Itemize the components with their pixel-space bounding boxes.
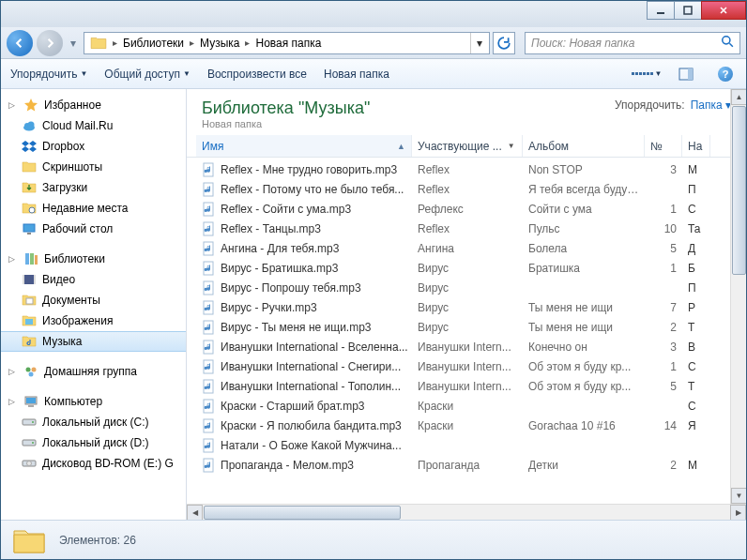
file-row[interactable]: Reflex - Потому что не было тебя...Refle… <box>196 179 737 199</box>
file-name: Ангина - Для тебя.mp3 <box>196 241 412 256</box>
sidebar-favorites[interactable]: ▷ Избранное <box>1 95 186 115</box>
column-artist[interactable]: Участвующие ...▼ <box>412 135 523 157</box>
file-track-number: 5 <box>645 380 682 393</box>
scroll-thumb[interactable] <box>204 506 401 520</box>
sidebar-item-pictures[interactable]: Изображения <box>1 310 186 331</box>
column-name[interactable]: Имя▲ <box>196 135 412 157</box>
music-file-icon <box>202 202 217 217</box>
status-bar: Элементов: 26 <box>1 520 746 559</box>
file-track-number: 7 <box>645 301 682 314</box>
command-bar: Упорядочить ▼ Общий доступ ▼ Воспроизвес… <box>1 59 746 89</box>
libraries-icon <box>23 251 38 266</box>
history-dropdown[interactable]: ▾ <box>67 34 80 53</box>
arrange-by-label: Упорядочить: <box>615 98 685 112</box>
forward-button[interactable] <box>37 30 63 56</box>
sidebar-item-music[interactable]: Музыка <box>1 331 186 352</box>
horizontal-scrollbar[interactable]: ◀ ▶ <box>187 504 746 520</box>
sidebar-item-dropbox[interactable]: Dropbox <box>1 136 186 157</box>
folder-icon <box>90 35 107 52</box>
scroll-down-button[interactable]: ▼ <box>731 488 746 504</box>
vertical-scrollbar[interactable]: ▲ ▼ <box>730 89 746 504</box>
sidebar-item-cloudmail[interactable]: Cloud Mail.Ru <box>1 115 186 136</box>
search-input[interactable]: Поиск: Новая папка <box>525 32 740 54</box>
sidebar-item-drive-c[interactable]: Локальный диск (C:) <box>1 412 186 432</box>
computer-icon <box>23 394 38 409</box>
file-row[interactable]: Reflex - Танцы.mp3ReflexПульс10Та <box>196 219 737 238</box>
sidebar-item-screenshots[interactable]: Скриншоты <box>1 157 186 177</box>
sidebar-item-drive-d[interactable]: Локальный диск (D:) <box>1 432 186 453</box>
file-row[interactable]: Иванушки International - Снегири...Ивану… <box>196 356 737 376</box>
scroll-right-button[interactable]: ▶ <box>730 505 746 521</box>
arrange-by-button[interactable]: Папка ▾ <box>691 98 731 112</box>
file-title: П <box>682 281 710 295</box>
breadcrumb[interactable]: Новая папка <box>252 33 325 53</box>
disc-icon <box>22 456 37 471</box>
column-track-number[interactable]: № <box>645 135 682 157</box>
breadcrumb[interactable]: Библиотеки <box>119 33 188 53</box>
scroll-up-button[interactable]: ▲ <box>731 89 746 105</box>
item-count: Элементов: 26 <box>59 534 136 547</box>
music-file-icon <box>202 438 217 453</box>
minimize-button[interactable] <box>647 1 675 20</box>
sidebar-homegroup[interactable]: ▷ Домашняя группа <box>1 361 186 382</box>
svg-rect-23 <box>26 398 36 403</box>
maximize-button[interactable] <box>674 1 702 20</box>
file-row[interactable]: Пропаганда - Мелом.mp3ПропагандаДетки2М <box>196 455 737 475</box>
file-artist: Reflex <box>412 222 523 235</box>
search-icon <box>721 35 734 51</box>
svg-rect-12 <box>30 253 34 265</box>
file-name: Краски - Я полюбила бандита.mp3 <box>196 418 412 433</box>
file-row[interactable]: Вирус - Ты меня не ищи.mp3ВирусТы меня н… <box>196 317 737 337</box>
file-artist: Пропаганда <box>412 459 523 472</box>
play-all-button[interactable]: Воспроизвести все <box>207 68 307 81</box>
sidebar-item-documents[interactable]: Документы <box>1 290 186 310</box>
file-row[interactable]: Вирус - Попрошу тебя.mp3ВирусП <box>196 278 737 297</box>
address-bar[interactable]: ▸ Библиотеки▸ Музыка▸ Новая папка ▾ <box>84 32 490 54</box>
help-button[interactable]: ? <box>714 64 737 84</box>
file-row[interactable]: Краски - Я полюбила бандита.mp3КраскиGor… <box>196 416 737 435</box>
sidebar-item-recent[interactable]: Недавние места <box>1 198 186 219</box>
search-placeholder: Поиск: Новая папка <box>531 37 634 50</box>
file-row[interactable]: Вирус - Ручки.mp3ВирусТы меня не ищи7Р <box>196 297 737 317</box>
file-title: С <box>682 360 710 373</box>
file-row[interactable]: Reflex - Мне трудно говорить.mp3ReflexNo… <box>196 159 737 179</box>
view-options-button[interactable]: ▼ <box>635 64 658 84</box>
file-name: Иванушки International - Тополин... <box>196 379 412 394</box>
preview-pane-button[interactable] <box>675 64 697 84</box>
file-row[interactable]: Reflex - Сойти с ума.mp3РефлексСойти с у… <box>196 199 737 219</box>
file-row[interactable]: Натали - О Боже Какой Мужчина... <box>196 435 737 455</box>
file-list: Reflex - Мне трудно говорить.mp3ReflexNo… <box>187 158 746 504</box>
sidebar-item-desktop[interactable]: Рабочий стол <box>1 219 186 239</box>
file-album: Gorachaa 10 #16 <box>523 419 645 432</box>
sidebar-item-videos[interactable]: Видео <box>1 269 186 290</box>
column-album[interactable]: Альбом <box>523 135 645 157</box>
back-button[interactable] <box>7 30 33 56</box>
file-title: В <box>682 341 710 354</box>
file-row[interactable]: Иванушки International - Тополин...Ивану… <box>196 376 737 396</box>
svg-point-26 <box>32 421 34 423</box>
share-button[interactable]: Общий доступ ▼ <box>104 68 191 81</box>
sidebar-libraries[interactable]: ▷ Библиотеки <box>1 249 186 269</box>
organize-button[interactable]: Упорядочить ▼ <box>10 68 87 81</box>
svg-rect-10 <box>27 233 31 235</box>
address-dropdown[interactable]: ▾ <box>470 33 487 53</box>
music-file-icon <box>202 261 217 276</box>
file-row[interactable]: Ангина - Для тебя.mp3АнгинаБолела5Д <box>196 238 737 258</box>
scroll-thumb[interactable] <box>732 106 746 275</box>
file-track-number: 2 <box>645 459 682 472</box>
refresh-button[interactable] <box>493 32 515 54</box>
file-track-number: 1 <box>645 203 682 216</box>
file-row[interactable]: Вирус - Братишка.mp3ВирусБратишка1Б <box>196 258 737 278</box>
file-row[interactable]: Иванушки International - Вселенна...Иван… <box>196 337 737 356</box>
sidebar-item-downloads[interactable]: Загрузки <box>1 177 186 198</box>
music-icon <box>22 334 37 349</box>
sidebar-item-bdrom[interactable]: Дисковод BD-ROM (E:) G <box>1 453 186 474</box>
new-folder-button[interactable]: Новая папка <box>324 68 389 81</box>
close-button[interactable] <box>701 1 746 20</box>
sidebar-computer[interactable]: ▷ Компьютер <box>1 391 186 412</box>
scroll-left-button[interactable]: ◀ <box>187 505 203 521</box>
breadcrumb[interactable]: Музыка <box>196 33 243 53</box>
music-file-icon <box>202 300 217 315</box>
column-title[interactable]: На <box>682 135 710 157</box>
file-row[interactable]: Краски - Старший брат.mp3КраскиС <box>196 396 737 416</box>
